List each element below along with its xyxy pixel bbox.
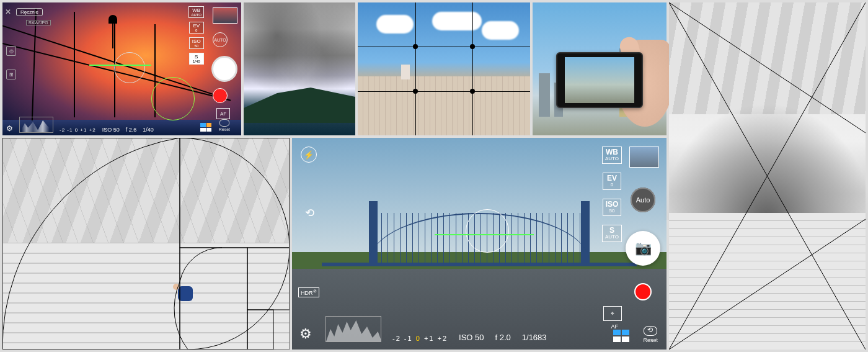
iso-value: 50 (606, 209, 619, 214)
iso-label: ISO (192, 38, 201, 44)
reset-label: Reset (643, 337, 658, 343)
aperture-readout: f 2.6 (126, 127, 137, 133)
ev-tick: -1 (404, 335, 413, 342)
camera-icon: 📷 (635, 240, 652, 256)
shutter-readout: 1/40 (143, 127, 154, 133)
s-value: AUTO (605, 235, 619, 240)
ev-scale: -2 -1 0 +1 +2 (60, 127, 96, 133)
shutter-readout: 1/1683 (522, 333, 547, 342)
cloud (482, 21, 519, 40)
s-label: S (609, 226, 614, 235)
shutter-button[interactable] (211, 56, 237, 82)
mode-dial[interactable]: AUTO (213, 32, 228, 47)
focus-indicator (114, 52, 145, 83)
mode-button[interactable]: Ręcznie (16, 8, 43, 16)
af-button[interactable]: AF (216, 108, 230, 119)
record-button[interactable] (213, 88, 228, 103)
svg-line-8 (669, 2, 866, 133)
phone-screen (565, 57, 634, 103)
cloud (376, 15, 414, 34)
grid-intersection (413, 44, 418, 49)
ev-value: 0 (192, 29, 202, 32)
grid-intersection (413, 89, 418, 94)
wb-label: WB (192, 7, 200, 13)
shutter-button[interactable]: 📷 (626, 231, 660, 266)
photo-golden-spiral (2, 138, 290, 350)
iso-chip[interactable]: ISO50 (603, 199, 622, 216)
grid-icon[interactable]: ⊞ (6, 70, 16, 79)
photo-rule-of-thirds (358, 2, 530, 135)
building (539, 73, 550, 117)
wb-value: AUTO (605, 156, 619, 162)
reset-button[interactable]: Reset (643, 326, 658, 343)
flash-button[interactable]: ⚡ (301, 147, 317, 163)
ev-value: 0 (606, 183, 618, 188)
shutter-chip[interactable]: SAUTO (602, 225, 622, 242)
wall-pattern (2, 138, 290, 243)
reset-icon (219, 119, 229, 127)
ev-scale: -2 -1 0 +1 +2 (392, 335, 448, 342)
wb-value: AUTO (191, 13, 202, 17)
settings-icon[interactable]: ⚙ (6, 124, 13, 133)
reset-button[interactable]: Reset (219, 119, 230, 132)
photo-hand-phone (533, 2, 666, 135)
effect-icon[interactable]: ◎ (6, 46, 16, 56)
ev-chip[interactable]: EV0 (603, 173, 621, 190)
photo-diagonal-guides (669, 2, 866, 350)
iso-value: 50 (192, 44, 202, 48)
iso-chip[interactable]: ISO50 (189, 37, 204, 49)
hdr-label: HDR (301, 290, 313, 296)
hdr-button[interactable]: HDR⊘ (298, 287, 319, 297)
close-icon[interactable]: ✕ (5, 7, 11, 16)
ev-chip[interactable]: EV0 (189, 22, 204, 34)
grid-line (472, 2, 473, 135)
af-button[interactable]: ⌖ (603, 306, 622, 321)
steps (2, 244, 290, 350)
wb-chip[interactable]: WBAUTO (602, 147, 622, 164)
ev-tick: -2 (392, 335, 401, 342)
grid-line (358, 91, 530, 92)
ev-label: EV (607, 174, 617, 183)
af-label: AF (611, 323, 618, 330)
exposure-ring[interactable] (151, 77, 195, 120)
s-value: 1/40 (192, 60, 202, 63)
level-indicator (435, 234, 534, 235)
grid-line (415, 2, 416, 135)
wb-chip[interactable]: WBAUTO (188, 6, 204, 18)
format-badge: RAW/JPG (26, 20, 51, 25)
reset-label: Reset (219, 127, 230, 132)
ev-tick: +2 (437, 335, 448, 342)
settings-icon[interactable]: ⚙ (299, 326, 312, 342)
ev-label: EV (193, 23, 200, 29)
grid-line (358, 47, 530, 47)
grid-intersection (470, 44, 475, 49)
gallery-thumbnail[interactable] (213, 7, 237, 24)
phone (556, 52, 643, 108)
iso-readout: ISO 50 (459, 333, 484, 342)
aperture-readout: f 2.0 (495, 333, 511, 342)
tower (401, 65, 410, 79)
histogram (326, 316, 381, 342)
grid-intersection (470, 89, 475, 94)
level-indicator (89, 65, 151, 66)
camera-ui-bridge: ⚡ ⟲ HDR⊘ ⚙ Auto WBAUTO EV0 ISO50 SAUTO 📷… (292, 138, 666, 350)
reset-icon (644, 326, 657, 336)
iso-readout: ISO 50 (102, 127, 120, 133)
people (173, 284, 198, 302)
svg-line-9 (669, 219, 866, 350)
bridge-pylon (74, 12, 75, 117)
iso-label: ISO (606, 200, 619, 209)
s-label: S (195, 54, 198, 60)
apps-icon[interactable] (613, 330, 629, 342)
photo-cloudy-hill (244, 2, 355, 135)
ev-tick-zero: 0 (416, 335, 421, 342)
camera-ui-sunset: ✕ Ręcznie RAW/JPG ◎ ⊞ AUTO WBAUTO EV0 IS… (2, 2, 241, 135)
ev-tick: +1 (424, 335, 435, 342)
switch-camera-icon[interactable]: ⟲ (299, 206, 319, 221)
histogram (19, 117, 53, 133)
cloud (432, 12, 482, 30)
record-button[interactable] (634, 283, 652, 300)
shutter-chip[interactable]: S1/40 (189, 53, 204, 65)
apps-icon[interactable] (200, 123, 211, 132)
focus-indicator (466, 209, 509, 253)
